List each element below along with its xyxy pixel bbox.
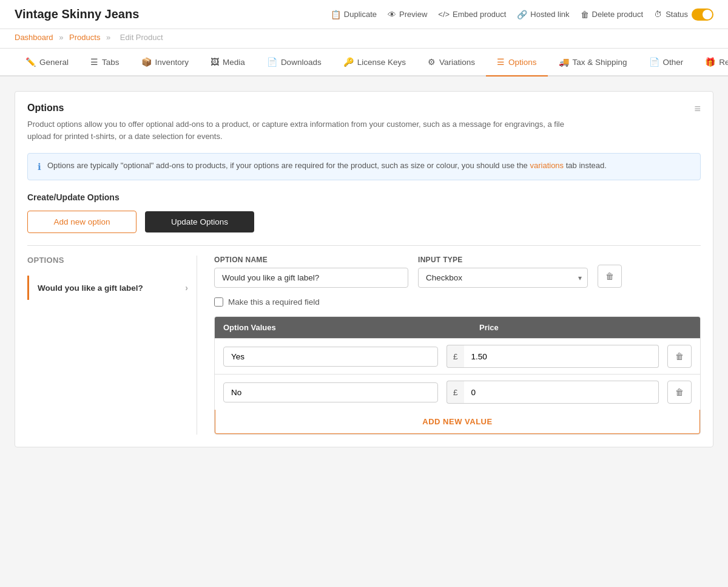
option-item-label: Would you like a gift label?	[38, 283, 143, 293]
tab-taxshipping[interactable]: 🚚 Tax & Shipping	[548, 49, 638, 76]
tab-inventory[interactable]: 📦 Inventory	[130, 49, 200, 76]
tab-variations-label: Variations	[439, 58, 475, 67]
option-name-group: Option name	[214, 256, 408, 288]
embed-label: Embed product	[453, 10, 506, 19]
info-text-after: tab instead.	[564, 161, 607, 170]
option-name-input[interactable]	[214, 268, 408, 288]
price-input-2[interactable]	[464, 381, 659, 404]
option-name-row: Option name Input Type Checkbox Text Tex…	[214, 256, 701, 288]
options-sidebar-title: Options	[27, 256, 197, 270]
tab-options-label: Options	[508, 58, 537, 67]
required-checkbox[interactable]	[214, 297, 223, 307]
breadcrumb-dashboard[interactable]: Dashboard	[15, 33, 53, 42]
tab-related-label: Related	[719, 58, 728, 67]
currency-symbol-2: £	[447, 381, 464, 404]
delete-row-2-button[interactable]: 🗑	[667, 381, 692, 404]
table-header: Option Values Price	[215, 317, 700, 338]
tab-tabs-label: Tabs	[102, 58, 120, 67]
downloads-icon: 📄	[267, 57, 277, 67]
related-icon: 🎁	[705, 57, 715, 67]
options-sidebar: Options Would you like a gift label? ›	[27, 256, 197, 435]
tab-licensekeys-label: License Keys	[357, 58, 406, 67]
option-list-item[interactable]: Would you like a gift label? ›	[27, 276, 197, 300]
price-wrapper-2: £	[447, 381, 659, 404]
input-type-label: Input Type	[418, 256, 588, 264]
info-text-before: Options are typically "optional" add-ons…	[47, 161, 530, 170]
product-title: Vintage Skinny Jeans	[15, 7, 139, 21]
inventory-icon: 📦	[141, 57, 152, 67]
tab-media[interactable]: 🖼 Media	[200, 49, 256, 76]
input-type-select-wrapper: Checkbox Text Textarea Select Radio File	[418, 268, 588, 288]
price-wrapper-1: £	[447, 345, 659, 368]
info-icon: ℹ	[38, 161, 41, 172]
options-form: Option name Input Type Checkbox Text Tex…	[197, 256, 701, 435]
option-value-1	[223, 347, 438, 367]
tab-media-label: Media	[223, 58, 245, 67]
main-content: Options Product options allow you to off…	[0, 76, 728, 474]
duplicate-label: Duplicate	[344, 10, 377, 19]
preview-action[interactable]: 👁 Preview	[388, 10, 427, 19]
card-title: Options	[27, 103, 573, 114]
currency-symbol-1: £	[447, 345, 464, 368]
card-description: Product options allow you to offer optio…	[27, 118, 573, 142]
tab-options[interactable]: ☰ Options	[486, 49, 548, 76]
required-label: Make this a required field	[228, 297, 320, 307]
btn-row: Add new option Update Options	[27, 211, 701, 233]
embed-action[interactable]: </> Embed product	[438, 10, 506, 19]
tab-tabs[interactable]: ☰ Tabs	[79, 49, 130, 76]
variations-icon: ⚙	[428, 57, 436, 67]
status-clock-icon: ⏱	[654, 10, 662, 19]
option-values-table: Option Values Price £ 🗑	[214, 316, 701, 435]
input-type-group: Input Type Checkbox Text Textarea Select…	[418, 256, 588, 288]
card-header: Options Product options allow you to off…	[15, 92, 713, 153]
table-row: £ 🗑	[215, 338, 700, 374]
tab-downloads[interactable]: 📄 Downloads	[256, 49, 332, 76]
update-options-button[interactable]: Update Options	[145, 211, 254, 232]
status-label: Status	[666, 10, 688, 19]
link-icon: 🔗	[517, 10, 527, 19]
tab-downloads-label: Downloads	[281, 58, 322, 67]
tab-general-label: General	[39, 58, 69, 67]
duplicate-icon: 📋	[331, 10, 341, 19]
list-view-icon[interactable]: ≡	[694, 103, 701, 115]
breadcrumb-products[interactable]: Products	[69, 33, 100, 42]
status-toggle[interactable]: ⏱ Status	[654, 8, 713, 21]
create-section-title: Create/Update Options	[27, 192, 701, 202]
option-value-input-2[interactable]	[223, 382, 438, 402]
delete-icon: 🗑	[581, 10, 589, 19]
col-values-header: Option Values	[223, 323, 479, 332]
delete-action[interactable]: 🗑 Delete product	[581, 10, 644, 19]
duplicate-action[interactable]: 📋 Duplicate	[331, 10, 377, 19]
add-new-option-button[interactable]: Add new option	[27, 211, 136, 233]
variations-link[interactable]: variations	[530, 161, 564, 170]
tab-inventory-label: Inventory	[155, 58, 189, 67]
tab-licensekeys[interactable]: 🔑 License Keys	[332, 49, 417, 76]
tab-related[interactable]: 🎁 Related	[694, 49, 728, 76]
chevron-right-icon: ›	[185, 283, 188, 293]
create-update-section: Create/Update Options Add new option Upd…	[15, 192, 713, 245]
header-actions: 📋 Duplicate 👁 Preview </> Embed product …	[331, 8, 713, 21]
options-layout: Options Would you like a gift label? › O…	[15, 256, 713, 447]
input-type-select[interactable]: Checkbox Text Textarea Select Radio File	[418, 268, 588, 288]
delete-option-button[interactable]: 🗑	[598, 265, 622, 288]
status-toggle-switch[interactable]	[692, 8, 713, 21]
option-value-input-1[interactable]	[223, 347, 438, 367]
add-new-value-button[interactable]: ADD NEW VALUE	[215, 410, 700, 434]
tab-other[interactable]: 📄 Other	[638, 49, 695, 76]
taxshipping-icon: 🚚	[559, 57, 569, 67]
media-icon: 🖼	[211, 57, 219, 67]
breadcrumb-current: Edit Product	[120, 33, 163, 42]
tabs-bar: ✏️ General ☰ Tabs 📦 Inventory 🖼 Media 📄 …	[0, 49, 728, 76]
option-name-label: Option name	[214, 256, 408, 264]
delete-row-1-button[interactable]: 🗑	[667, 345, 692, 368]
preview-label: Preview	[399, 10, 427, 19]
top-header: Vintage Skinny Jeans 📋 Duplicate 👁 Previ…	[0, 0, 728, 29]
tab-variations[interactable]: ⚙ Variations	[417, 49, 486, 76]
tab-general[interactable]: ✏️ General	[15, 49, 79, 76]
tabs-icon: ☰	[90, 57, 98, 67]
required-field-row: Make this a required field	[214, 297, 701, 307]
price-input-1[interactable]	[464, 345, 659, 368]
options-icon: ☰	[497, 57, 505, 67]
hosted-link-action[interactable]: 🔗 Hosted link	[517, 10, 569, 19]
general-icon: ✏️	[25, 57, 36, 67]
